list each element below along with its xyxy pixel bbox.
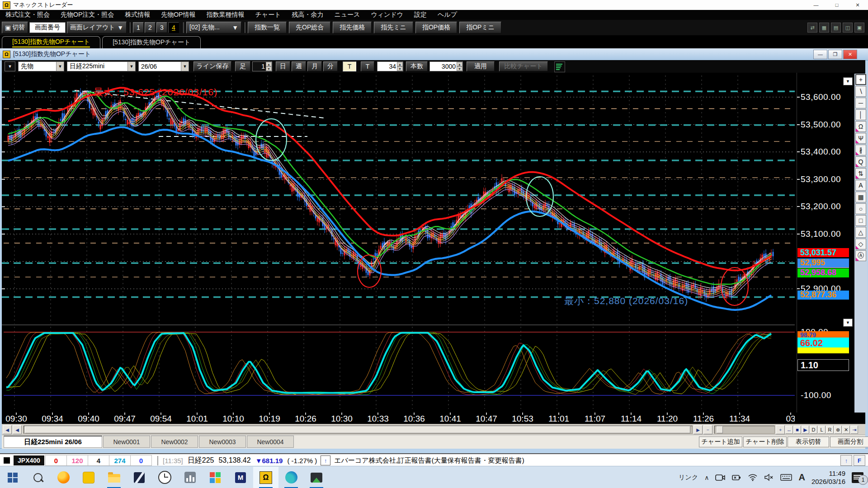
- ticker-end-button-F[interactable]: F: [854, 455, 865, 466]
- tray-clock[interactable]: 11:49 2026/03/16: [811, 469, 845, 486]
- chart-scrollbar-thumb[interactable]: [25, 426, 690, 433]
- taskbar-app-m-icon[interactable]: M: [228, 467, 253, 488]
- document-tab-2[interactable]: [5130]指数先物OPチャート: [102, 36, 201, 48]
- bottom-button-2[interactable]: チャート削除: [743, 436, 787, 447]
- sheet-tab-1[interactable]: 日経225mini 26/06: [4, 436, 102, 448]
- menu-item[interactable]: 株式注文・照会: [0, 10, 55, 20]
- menu-item[interactable]: 先物OP注文・照会: [55, 10, 119, 20]
- screen-button-2[interactable]: 2: [145, 22, 156, 33]
- taskbar-mt4-icon[interactable]: [177, 467, 203, 488]
- sheet-tab-2[interactable]: New0001: [103, 436, 150, 448]
- menu-item[interactable]: 指数業種情報: [201, 10, 250, 20]
- layout-dropdown[interactable]: 画面レイアウト▼: [67, 22, 127, 33]
- camera-icon[interactable]: [715, 474, 725, 482]
- close-button[interactable]: ✕: [847, 0, 868, 10]
- alert-tool[interactable]: Ω: [855, 121, 866, 132]
- document-tab-1[interactable]: [5130]指数先物OPチャート: [2, 36, 100, 48]
- toolbar-mini-icon[interactable]: ◫: [843, 23, 853, 33]
- zoom-in-button[interactable]: ＋: [776, 425, 785, 434]
- scroll-right-button[interactable]: ▶: [693, 425, 703, 434]
- zoom-out-button[interactable]: −: [703, 425, 712, 434]
- bottom-button-1[interactable]: チャート追加: [699, 436, 742, 447]
- period-button-月[interactable]: 月: [307, 61, 322, 71]
- line-save-button[interactable]: ライン保存: [193, 61, 231, 71]
- screen-number-box[interactable]: 画面番号: [29, 22, 66, 33]
- toolbar-mini-icon[interactable]: ⇄: [807, 23, 817, 33]
- taskbar-firefox-icon[interactable]: [51, 467, 76, 488]
- tray-link-label[interactable]: リンク: [679, 474, 698, 482]
- screen-button-1[interactable]: 1: [133, 22, 144, 33]
- sheet-tab-3[interactable]: New0002: [151, 436, 198, 448]
- taskbar-edge-icon[interactable]: [278, 467, 304, 488]
- horizontal-line-tool[interactable]: ─: [855, 98, 866, 108]
- menu-item[interactable]: 株式情報: [119, 10, 156, 20]
- text-eraser-tool[interactable]: Ⓐ: [855, 250, 866, 261]
- rectangle-tool[interactable]: □: [855, 215, 866, 226]
- chart-mode-button-D[interactable]: D: [810, 426, 817, 434]
- chart-minimize-button[interactable]: —: [813, 50, 827, 59]
- preset-dropdown[interactable]: [02] 先物...▼: [186, 22, 241, 33]
- taskbar-search-icon[interactable]: [25, 467, 51, 488]
- menu-item[interactable]: ヘルプ: [432, 10, 462, 20]
- menu-item[interactable]: チャート: [250, 10, 286, 20]
- bar-value-spinner[interactable]: 1▲▼: [252, 61, 272, 71]
- chart-restore-button[interactable]: ❐: [828, 50, 842, 59]
- sheet-tab-5[interactable]: New0004: [247, 436, 294, 448]
- menu-item[interactable]: 設定: [409, 10, 432, 20]
- price-axis-dropdown[interactable]: ▼: [843, 77, 853, 85]
- ellipse-tool[interactable]: ○: [855, 203, 866, 214]
- touch-keyboard-icon[interactable]: [780, 474, 792, 481]
- quote-board-icon[interactable]: [554, 61, 565, 72]
- spinner-down-icon[interactable]: ▼: [457, 66, 462, 71]
- chart-style-dropdown[interactable]: ▼: [5, 61, 15, 71]
- chart-mode-button-⊕[interactable]: ⊕: [834, 426, 842, 434]
- ticker-end-button-↑[interactable]: ↑: [840, 455, 852, 466]
- triangle-tool[interactable]: △: [855, 227, 866, 238]
- apply-button[interactable]: 適用: [467, 61, 495, 71]
- spinner-up-icon[interactable]: ▲: [397, 62, 403, 66]
- text-tool[interactable]: A: [855, 180, 866, 191]
- compare-chart-button[interactable]: 比較チャート: [499, 61, 548, 71]
- spinner-arrows[interactable]: ▲▼: [266, 62, 272, 71]
- contract-select[interactable]: 26/06▼: [138, 61, 189, 71]
- toolbar-mini-icon[interactable]: ▤: [831, 23, 841, 33]
- chart-mode-button-✕[interactable]: ✕: [842, 426, 850, 434]
- quick-button[interactable]: 指OPミニ: [459, 22, 501, 33]
- chart-canvas[interactable]: ←最大：53,625 (2026/03/16)最小：52,880 (2026/0…: [2, 73, 795, 413]
- quick-button[interactable]: 指先価格: [333, 22, 372, 33]
- chart-mode-button-⇥[interactable]: ⇥: [850, 426, 858, 434]
- screen-button-3[interactable]: 3: [156, 22, 167, 33]
- chart-scrollbar[interactable]: [24, 426, 693, 434]
- tray-chevron-icon[interactable]: ∧: [704, 474, 709, 481]
- spinner-up-icon[interactable]: ▲: [457, 62, 462, 66]
- screen-button-4[interactable]: 4: [168, 22, 179, 33]
- scroll-left-button[interactable]: ◀: [3, 425, 12, 434]
- power-plug-icon[interactable]: [731, 474, 741, 481]
- maximize-button[interactable]: □: [826, 0, 847, 10]
- oscillator-axis-dropdown[interactable]: ▼: [843, 319, 853, 327]
- menu-item[interactable]: 先物OP情報: [156, 10, 201, 20]
- category-select[interactable]: 先物▼: [18, 61, 64, 71]
- taskbar-app-grid-icon[interactable]: [203, 467, 228, 488]
- wifi-icon[interactable]: [748, 474, 758, 481]
- scroll-left-button[interactable]: ◀: [13, 425, 22, 434]
- volume-muted-icon[interactable]: [764, 474, 774, 481]
- toolbar-mini-icon[interactable]: ▦: [819, 23, 829, 33]
- spinner-up-icon[interactable]: ▲: [266, 62, 272, 66]
- period-button-週[interactable]: 週: [292, 61, 306, 71]
- taskbar-clock-app-icon[interactable]: [152, 467, 177, 488]
- sheet-tab-4[interactable]: New0003: [199, 436, 246, 448]
- menu-item[interactable]: ニュース: [329, 10, 365, 20]
- toolbar-mini-icon[interactable]: ▣: [854, 23, 864, 33]
- zoom-slider-thumb[interactable]: [717, 426, 723, 433]
- spinner-arrows[interactable]: ▲▼: [457, 62, 462, 71]
- cycle-lines-tool[interactable]: ⇅: [855, 168, 866, 179]
- note-tool[interactable]: Q: [855, 156, 866, 167]
- chart-mode-button-L[interactable]: L: [818, 426, 826, 434]
- switch-button[interactable]: ▣切替: [2, 22, 28, 33]
- zoom-slider[interactable]: [714, 426, 775, 434]
- tick-button[interactable]: T: [343, 61, 356, 71]
- taskbar-app-yellow-icon[interactable]: [76, 467, 101, 488]
- ticker-square-icon[interactable]: [4, 457, 10, 464]
- minimize-button[interactable]: —: [806, 0, 826, 10]
